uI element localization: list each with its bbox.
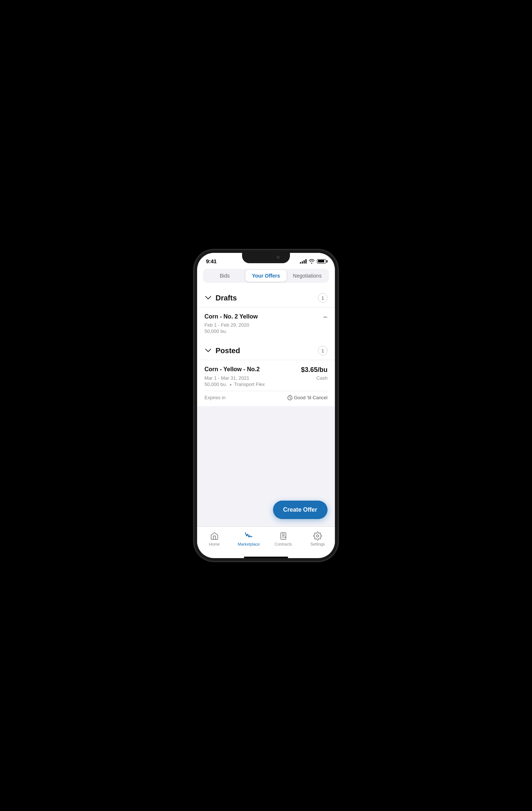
dot-separator xyxy=(230,384,231,386)
posted-item-1-meta: 50,000 bu. Transport Flex xyxy=(204,382,265,387)
tab-your-offers[interactable]: Your Offers xyxy=(245,270,287,282)
draft-item-1-title: Corn - No. 2 Yellow xyxy=(204,313,258,320)
draft-item-1-date: Feb 1 - Feb 29, 2020 xyxy=(204,322,328,328)
settings-icon xyxy=(313,531,322,541)
nav-label-marketplace: Marketplace xyxy=(238,542,260,546)
draft-item-1-quantity: 50,000 bu. xyxy=(204,328,328,334)
empty-area: Create Offer xyxy=(197,406,335,526)
posted-item-1[interactable]: Corn - Yellow - No.2 $3.65/bu Mar 1 - Ma… xyxy=(197,360,335,406)
posted-item-1-transport: Transport Flex xyxy=(234,382,265,387)
posted-item-1-expires-row: Expires in Good 'til Cancel xyxy=(204,391,328,400)
expires-value-text: Good 'til Cancel xyxy=(294,395,328,400)
nav-label-settings: Settings xyxy=(310,542,325,546)
wifi-icon xyxy=(309,259,315,264)
nav-item-home[interactable]: Home xyxy=(197,530,232,548)
signal-icon xyxy=(300,259,307,264)
posted-item-1-title: Corn - Yellow - No.2 xyxy=(204,366,260,373)
posted-item-1-quantity: 50,000 bu. xyxy=(204,382,227,387)
nav-item-settings[interactable]: Settings xyxy=(301,530,335,548)
tab-negotiations[interactable]: Negotiations xyxy=(287,270,328,282)
camera xyxy=(277,256,280,259)
draft-item-1-header: Corn - No. 2 Yellow − xyxy=(204,313,328,321)
bottom-nav: Home Marketplace xyxy=(197,526,335,555)
draft-item-1[interactable]: Corn - No. 2 Yellow − Feb 1 - Feb 29, 20… xyxy=(197,307,335,340)
posted-header-left: Posted xyxy=(204,347,240,355)
svg-rect-1 xyxy=(281,533,286,539)
svg-point-2 xyxy=(316,535,319,537)
tab-bar: Bids Your Offers Negotiations xyxy=(203,269,329,283)
phone-screen: 9:41 Bids Your Offers xyxy=(197,253,335,558)
posted-badge: 1 xyxy=(318,346,328,355)
nav-item-marketplace[interactable]: Marketplace xyxy=(232,530,266,548)
draft-item-1-dash: − xyxy=(323,313,328,321)
nav-label-contracts: Contracts xyxy=(274,542,292,546)
tab-bids[interactable]: Bids xyxy=(204,270,245,282)
home-icon xyxy=(210,531,219,541)
contracts-icon xyxy=(279,531,288,541)
posted-item-1-header: Corn - Yellow - No.2 $3.65/bu xyxy=(204,366,328,374)
status-icons xyxy=(300,259,326,264)
home-indicator xyxy=(244,557,288,558)
posted-item-1-expires-value: Good 'til Cancel xyxy=(287,395,328,400)
status-bar: 9:41 xyxy=(197,253,335,264)
clock-icon xyxy=(287,395,293,400)
notch xyxy=(242,253,290,263)
status-time: 9:41 xyxy=(206,258,217,264)
drafts-badge: 1 xyxy=(318,293,328,303)
posted-title: Posted xyxy=(216,347,240,355)
posted-item-1-expires-label: Expires in xyxy=(204,395,225,400)
posted-section-header[interactable]: Posted 1 xyxy=(197,340,335,360)
screen-content: Bids Your Offers Negotiations Drafts 1 xyxy=(197,264,335,526)
drafts-chevron-icon xyxy=(204,294,212,302)
phone-device: 9:41 Bids Your Offers xyxy=(194,250,338,561)
marketplace-icon xyxy=(244,531,253,541)
nav-label-home: Home xyxy=(209,542,220,546)
posted-item-1-price: $3.65/bu xyxy=(301,366,328,374)
battery-icon xyxy=(317,259,326,264)
posted-item-1-price-type: Cash xyxy=(316,375,328,381)
drafts-title: Drafts xyxy=(216,294,237,302)
posted-item-1-date: Mar 1 - Mar 31, 2021 xyxy=(204,375,265,381)
create-offer-button[interactable]: Create Offer xyxy=(273,501,328,519)
drafts-section-header[interactable]: Drafts 1 xyxy=(197,287,335,307)
posted-chevron-icon xyxy=(204,347,212,354)
nav-item-contracts[interactable]: Contracts xyxy=(266,530,301,548)
drafts-header-left: Drafts xyxy=(204,294,237,302)
